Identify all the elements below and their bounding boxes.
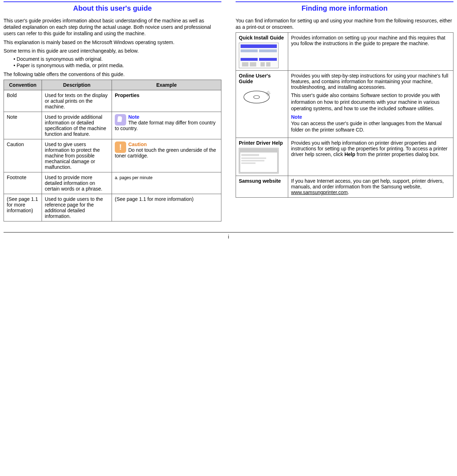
svg-rect-0 — [241, 44, 277, 48]
conv-cell: Bold — [4, 90, 42, 112]
page-number: i — [4, 232, 453, 240]
desc-cell: Used to provide more detailed informatio… — [42, 172, 112, 194]
svg-rect-18 — [241, 160, 264, 161]
cd-icon — [239, 86, 274, 108]
samsung-link[interactable]: www.samsungprinter.com — [291, 189, 348, 195]
conv-cell: Footnote — [4, 172, 42, 194]
desc-cell: Used to provide additional information o… — [42, 112, 112, 139]
example-cell: Note The date format may differ from cou… — [112, 112, 221, 139]
about-paragraph-2: This explanation is mainly based on the … — [4, 39, 221, 46]
svg-rect-7 — [260, 62, 265, 66]
table-row: Caution Used to give users information t… — [4, 139, 221, 172]
desc-cell: Used for texts on the display or actual … — [42, 90, 112, 112]
resource-name: Quick Install Guide — [239, 35, 285, 41]
th-convention: Convention — [4, 80, 42, 90]
note-icon — [115, 114, 126, 125]
desc-cell: Used to guide users to the reference pag… — [42, 194, 112, 221]
table-row: Quick Install Guide — [236, 33, 453, 71]
resources-table: Quick Install Guide — [236, 32, 453, 197]
svg-rect-2 — [259, 49, 277, 52]
resource-name: Online User's Guide — [239, 73, 285, 84]
table-row: Bold Used for texts on the display or ac… — [4, 90, 221, 112]
svg-line-13 — [267, 93, 270, 96]
online-guide-note: You can access the user's guide in other… — [291, 121, 442, 133]
svg-rect-16 — [241, 154, 259, 156]
samsung-desc-b: . — [348, 189, 349, 195]
example-cell: Properties — [112, 90, 221, 112]
conv-cell: (See page 1.1 for more information) — [4, 194, 42, 221]
th-description: Description — [42, 80, 112, 90]
note-label: Note — [291, 114, 302, 120]
example-bold: Properties — [115, 92, 139, 98]
svg-point-10 — [253, 96, 259, 99]
left-column: About this user's guide This user's guid… — [4, 0, 221, 221]
about-paragraph-1: This user's guide provides information a… — [4, 17, 221, 37]
svg-rect-5 — [242, 62, 248, 66]
table-row: Footnote Used to provide more detailed i… — [4, 172, 221, 194]
resource-name-cell: Quick Install Guide — [236, 33, 288, 71]
resource-desc-cell: Provides you with step-by-step instructi… — [288, 71, 453, 138]
svg-rect-1 — [241, 49, 258, 52]
resource-name: Printer Driver Help — [239, 140, 285, 146]
conventions-table: Convention Description Example Bold Used… — [4, 80, 221, 221]
svg-rect-6 — [250, 62, 256, 66]
resource-name-cell: Online User's Guide — [236, 71, 288, 138]
conv-cell: Caution — [4, 139, 42, 172]
about-paragraph-3: Some terms in this guide are used interc… — [4, 48, 221, 54]
section-title-finding: Finding more information — [236, 1, 453, 12]
table-row: (See page 1.1 for more information) Used… — [4, 194, 221, 221]
svg-rect-15 — [240, 149, 278, 153]
table-row: Samsung website If you have Internet acc… — [236, 176, 453, 197]
note-label: Note — [128, 114, 139, 120]
svg-rect-3 — [241, 58, 258, 61]
right-column: Finding more information You can find in… — [236, 0, 453, 221]
samsung-desc-a: If you have Internet access, you can get… — [291, 178, 444, 189]
example-cell: ! Caution Do not touch the green undersi… — [112, 139, 221, 172]
resource-desc-cell: If you have Internet access, you can get… — [288, 176, 453, 197]
caution-example-text: Do not touch the green underside of the … — [115, 147, 216, 159]
caution-label: Caution — [128, 141, 147, 147]
terms-list: Document is synonymous with original. Pa… — [14, 56, 221, 68]
resource-name-cell: Samsung website — [236, 176, 288, 197]
help-bold: Help — [344, 151, 355, 157]
finding-intro: You can find information for setting up … — [236, 17, 453, 30]
caution-icon: ! — [115, 141, 126, 153]
driver-help-desc-b: from the printer properties dialog box. — [355, 151, 440, 157]
resource-name-cell: Printer Driver Help — [236, 138, 288, 176]
dialog-icon — [239, 148, 278, 173]
footnote-example: a. pages per minute — [115, 175, 152, 180]
svg-rect-19 — [241, 162, 256, 164]
online-guide-desc2: This user's guide also contains Software… — [291, 92, 450, 112]
table-row: Note Used to provide additional informat… — [4, 112, 221, 139]
example-cell: (See page 1.1 for more information) — [112, 194, 221, 221]
list-item: Paper is synonymous with media, or print… — [14, 63, 221, 68]
example-cell: a. pages per minute — [112, 172, 221, 194]
resource-desc-cell: Provides information on setting up your … — [288, 33, 453, 71]
svg-rect-8 — [266, 62, 270, 66]
driver-help-thumb — [239, 148, 279, 173]
section-title-about: About this user's guide — [4, 1, 221, 12]
online-guide-desc1: Provides you with step-by-step instructi… — [291, 73, 448, 90]
desc-cell: Used to give users information to protec… — [42, 139, 112, 172]
list-item: Document is synonymous with original. — [14, 56, 221, 62]
svg-rect-4 — [259, 58, 277, 61]
quick-install-icon — [239, 43, 278, 68]
svg-rect-17 — [241, 157, 266, 159]
svg-point-9 — [244, 91, 269, 103]
conventions-intro: The following table offers the conventio… — [4, 71, 221, 77]
resource-desc-cell: Provides you with help information on pr… — [288, 138, 453, 176]
table-row: Printer Driver Help Provides you w — [236, 138, 453, 176]
table-row: Online User's Guide Provides you with st… — [236, 71, 453, 138]
quick-install-thumb — [239, 43, 279, 68]
resource-name: Samsung website — [239, 178, 285, 184]
th-example: Example — [112, 80, 221, 90]
conv-cell: Note — [4, 112, 42, 139]
note-example-text: The date format may differ from country … — [115, 120, 216, 131]
